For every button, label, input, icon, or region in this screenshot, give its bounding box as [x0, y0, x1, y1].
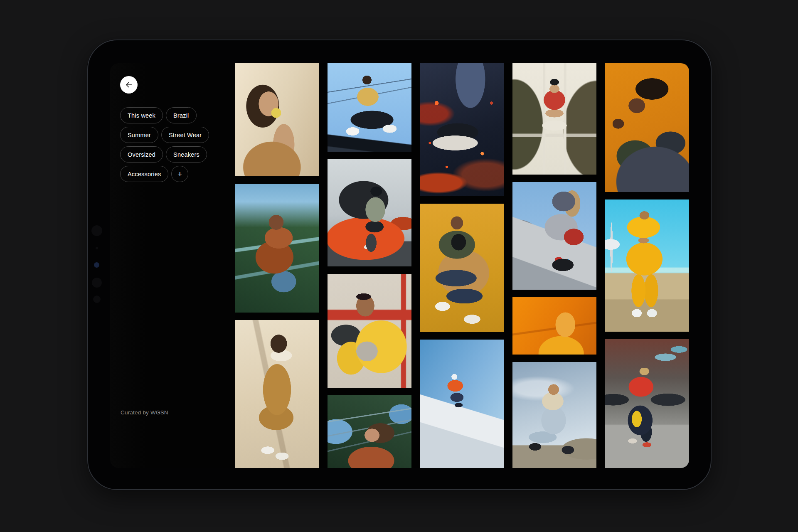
tablet-frame: This weekBrazilSummerStreet WearOversize… — [87, 39, 712, 490]
curation-credit: Curated by WGSN — [121, 409, 168, 416]
photo-yellow-tracksuit-court[interactable] — [605, 200, 689, 332]
photo-camo-mustard-chair[interactable] — [420, 204, 504, 332]
camera-sensor-icon — [93, 296, 101, 303]
photo-rust-jacket-stairs[interactable] — [235, 184, 319, 313]
back-arrow-icon — [125, 81, 133, 89]
filter-pill-accessories[interactable]: Accessories — [120, 166, 168, 182]
filter-pill-oversized[interactable]: Oversized — [120, 146, 163, 163]
filter-pill-summer[interactable]: Summer — [120, 127, 158, 143]
photo-yellow-puffer-wall[interactable] — [328, 274, 412, 388]
photo-orange-mustang-trunk[interactable] — [328, 159, 412, 266]
camera-sensor-icon — [91, 225, 102, 236]
photo-red-jacket-tower[interactable] — [512, 63, 597, 175]
photo-red-sweater-hydrant[interactable] — [605, 339, 689, 468]
photo-orange-monochrome[interactable] — [512, 297, 597, 355]
filter-pill-brazil[interactable]: Brazil — [166, 107, 196, 123]
add-filter-button[interactable]: + — [171, 166, 188, 182]
photo-column — [235, 63, 319, 468]
app-screen: This weekBrazilSummerStreet WearOversize… — [110, 63, 689, 468]
photo-dreadlocks-amber[interactable] — [605, 63, 689, 192]
photo-denim-concrete-sky[interactable] — [512, 362, 597, 468]
photo-column — [512, 63, 597, 468]
photo-roof-skater[interactable] — [420, 340, 504, 468]
front-camera-lens-icon — [94, 262, 99, 268]
filter-pill-street-wear[interactable]: Street Wear — [161, 127, 209, 143]
camera-sensor-icon — [96, 247, 98, 249]
photo-lemon-portrait[interactable] — [235, 63, 319, 176]
photo-rooftop-squat-sky[interactable] — [328, 63, 412, 152]
photo-column — [328, 63, 412, 468]
filter-pills: This weekBrazilSummerStreet WearOversize… — [120, 107, 222, 182]
bezel-camera-strip — [88, 40, 106, 489]
photo-column — [605, 63, 689, 468]
photo-column — [420, 63, 504, 468]
photo-jordan-ramp-crouch[interactable] — [512, 182, 597, 290]
photo-sneaker-sparks[interactable] — [420, 63, 504, 196]
photo-terracotta-lowangle[interactable] — [328, 395, 412, 468]
filter-pill-this-week[interactable]: This week — [120, 107, 163, 123]
filter-pill-sneakers[interactable]: Sneakers — [166, 146, 207, 163]
back-button[interactable] — [120, 76, 138, 94]
photo-grid — [235, 63, 689, 468]
photo-camel-overalls[interactable] — [235, 320, 319, 468]
camera-sensor-icon — [92, 278, 102, 288]
sidebar: This weekBrazilSummerStreet WearOversize… — [110, 63, 235, 468]
